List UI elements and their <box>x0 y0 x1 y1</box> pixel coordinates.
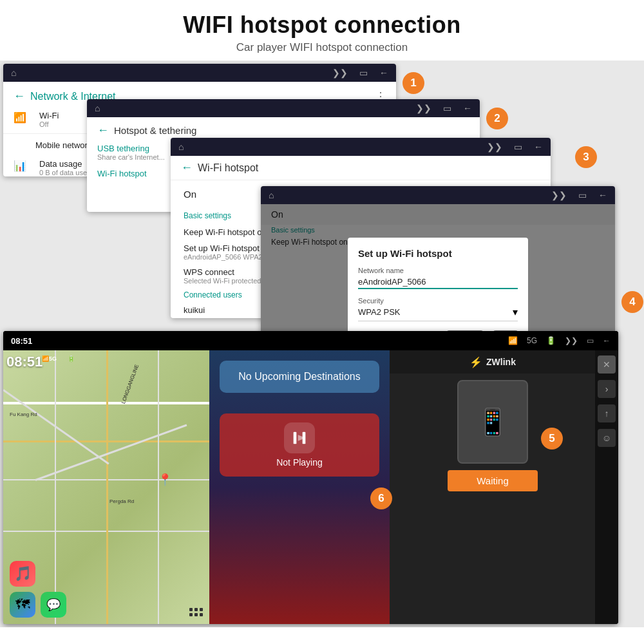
nav-back5[interactable]: ← <box>603 336 611 345</box>
status-nav-icons: ❯❯ ▭ ← <box>332 68 388 78</box>
security-value: WPA2 PSK <box>358 307 401 317</box>
zwlink-area: ⚡ ZWlink 📱 Waiting ? Help i About 3.9.27… <box>390 350 596 624</box>
grid-dot <box>200 608 203 611</box>
nav-window-icon2[interactable]: ▭ <box>443 103 451 113</box>
home-icon[interactable]: ⌂ <box>11 68 16 78</box>
status-time: 08:51 <box>11 336 32 346</box>
screen5-carplay: 08:51 📶 5G 🔋 ❯❯ ▭ ← <box>3 331 618 624</box>
no-destinations-card: No Upcoming Destinations <box>220 361 379 393</box>
screenshots-area: ⌂ ❯❯ ▭ ← ← Network & Internet ⋮ 📶 Wi-Fi … <box>0 61 644 627</box>
data-sub: 0 B of data used <box>39 169 91 176</box>
emoji-button[interactable]: ☺ <box>598 429 616 447</box>
side-buttons: ✕ › ↑ ☺ <box>595 350 618 624</box>
grid-dot <box>189 613 193 616</box>
data-label: Data usage <box>39 159 91 169</box>
phone-icon: 📱 <box>477 407 509 437</box>
not-playing-card: Not Playing <box>220 413 379 477</box>
map-label-3: Pergda Rd <box>109 498 134 504</box>
map-label-1: LONGGANGLINE <box>120 364 140 404</box>
nav-up-icon3[interactable]: ❯❯ <box>487 142 502 152</box>
zwlink-header: ⚡ ZWlink <box>390 350 596 374</box>
grid-dot <box>200 613 203 616</box>
nav-up-icon4[interactable]: ❯❯ <box>551 190 567 200</box>
dropdown-arrow-icon: ▾ <box>513 306 518 318</box>
security-select[interactable]: WPA2 PSK ▾ <box>358 306 518 321</box>
music-app-icon[interactable]: 🎵 <box>10 561 35 587</box>
nav-up-icon[interactable]: ❯❯ <box>332 68 348 78</box>
waiting-button[interactable]: Waiting <box>448 470 538 491</box>
security-label: Security <box>358 297 518 305</box>
home-icon2[interactable]: ⌂ <box>95 103 100 113</box>
zwlink-logo-icon: ⚡ <box>469 356 482 368</box>
step-badge-1: 1 <box>402 72 424 94</box>
nav-win5[interactable]: ▭ <box>587 336 594 345</box>
wifi-sub: Off <box>39 120 59 128</box>
home-icon4[interactable]: ⌂ <box>269 190 274 200</box>
signal-icon: 📶 <box>508 336 518 345</box>
scroll-up-button[interactable]: ↑ <box>598 404 616 422</box>
nav-up-icon2[interactable]: ❯❯ <box>416 103 431 113</box>
nav-window-icon[interactable]: ▭ <box>359 68 368 78</box>
statusbar3: ⌂ ❯❯ ▭ ← <box>171 138 551 156</box>
data-text: Data usage 0 B of data used <box>39 159 91 176</box>
carplay-center-area: No Upcoming Destinations Not Playing ⏮ ▶… <box>209 350 390 624</box>
nav-back-icon2[interactable]: ← <box>463 103 472 113</box>
statusbar1: ⌂ ❯❯ ▭ ← <box>3 64 396 82</box>
nav-back-icon3[interactable]: ← <box>534 142 543 152</box>
maps-app-icon[interactable]: 🗺 <box>10 592 35 618</box>
back-arrow2-icon[interactable]: ← <box>97 124 109 137</box>
nav-up5[interactable]: ❯❯ <box>565 336 578 345</box>
nav-window-icon4[interactable]: ▭ <box>578 190 587 200</box>
status-nav-icons2: ❯❯ ▭ ← <box>416 103 472 113</box>
step-badge-5: 5 <box>541 428 563 450</box>
usb-tethering-sub: Share car's Internet... <box>97 153 165 161</box>
on-label: On <box>184 189 196 200</box>
map-battery: 🔋 <box>68 355 75 362</box>
not-playing-icon <box>284 422 315 453</box>
nav-window-icon3[interactable]: ▭ <box>514 142 522 152</box>
road-v2 <box>106 350 108 624</box>
network-name-label: Network name <box>358 267 518 274</box>
home-icon3[interactable]: ⌂ <box>178 142 184 152</box>
screen2-title: Hotspot & tethering <box>114 125 196 136</box>
zwlink-name: ZWlink <box>486 357 516 367</box>
dialog-title: Set up Wi-Fi hotspot <box>358 248 518 259</box>
statusbar5: 08:51 📶 5G 🔋 ❯❯ ▭ ← <box>3 331 618 350</box>
step-badge-3: 3 <box>575 146 597 168</box>
map-signal: 📶5G <box>42 355 57 362</box>
grid-dot <box>194 608 198 611</box>
network-name-input[interactable] <box>358 276 518 289</box>
wifi-hotspot-text: Wi-Fi hotspot <box>97 169 147 178</box>
map-label-2: Fu Kang Rd <box>10 412 37 417</box>
signal-type: 5G <box>527 336 537 345</box>
back-arrow-icon[interactable]: ← <box>14 90 25 103</box>
step-badge-4: 4 <box>621 291 643 313</box>
wifi-text: Wi-Fi Off <box>39 111 59 128</box>
nav-back-icon[interactable]: ← <box>379 68 388 78</box>
page-title: WIFI hotspot connection <box>13 12 631 39</box>
wifi-label: Wi-Fi <box>39 111 59 120</box>
close-button[interactable]: ✕ <box>598 355 616 374</box>
maps-area: LONGGANGLINE Fu Kang Rd Pergda Rd 08:51 … <box>3 350 209 624</box>
nav-back-icon4[interactable]: ← <box>598 190 607 200</box>
spacer <box>209 403 390 408</box>
step-badge-2: 2 <box>486 108 508 129</box>
battery-icon: 🔋 <box>546 336 556 345</box>
statusbar4: ⌂ ❯❯ ▭ ← <box>261 186 615 204</box>
phone-placeholder: 📱 <box>457 380 528 464</box>
usb-tethering-label: USB tethering <box>97 144 165 153</box>
back-arrow3-icon[interactable]: ← <box>181 161 193 175</box>
statusbar2: ⌂ ❯❯ ▭ ← <box>87 99 480 117</box>
step-badge-6: 6 <box>370 488 392 509</box>
arrow-right-button[interactable]: › <box>598 380 616 398</box>
usb-tethering-text: USB tethering Share car's Internet... <box>97 144 165 161</box>
messages-app-icon[interactable]: 💬 <box>41 592 66 618</box>
app-grid[interactable] <box>189 608 203 616</box>
page-header: WIFI hotspot connection Car player WIFI … <box>0 0 644 61</box>
wifi-icon: 📶 <box>14 111 26 124</box>
zwlink-body: 📱 Waiting <box>390 374 596 498</box>
no-destinations-text: No Upcoming Destinations <box>230 371 369 383</box>
grid-dot <box>189 608 193 611</box>
page-subtitle: Car player WIFI hotspot connection <box>13 41 631 54</box>
data-icon: 📊 <box>14 160 26 172</box>
